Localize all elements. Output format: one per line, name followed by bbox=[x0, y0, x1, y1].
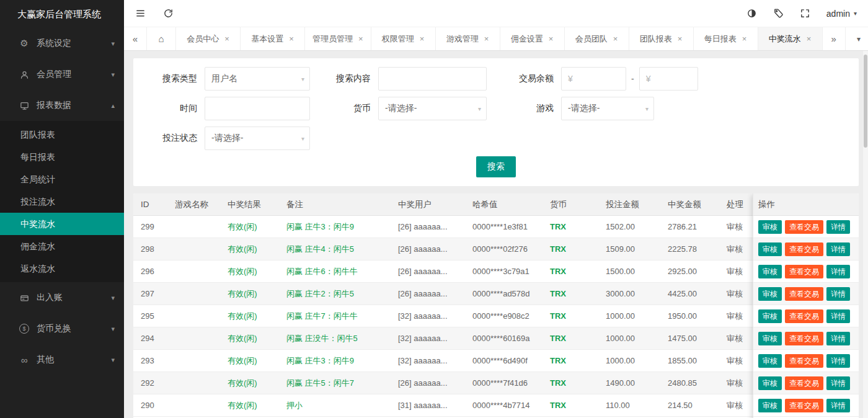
bet-status-select[interactable]: -请选择- ▾ bbox=[205, 127, 310, 150]
sidebar-subitem[interactable]: 中奖流水 bbox=[0, 213, 124, 235]
currency-select[interactable]: -请选择- ▾ bbox=[378, 97, 487, 120]
tab-close-icon[interactable]: × bbox=[678, 34, 683, 43]
sidebar-item-transactions[interactable]: 出入账 ▾ bbox=[0, 282, 124, 313]
scrollbar-thumb[interactable] bbox=[864, 55, 867, 148]
detail-button[interactable]: 详情 bbox=[826, 332, 850, 345]
theme-icon[interactable] bbox=[746, 8, 757, 19]
tab-close-icon[interactable]: × bbox=[613, 34, 618, 43]
audit-button[interactable]: 审核 bbox=[758, 287, 782, 301]
sidebar-item-reports[interactable]: 报表数据 ▴ bbox=[0, 90, 124, 121]
currency-select-value: -请选择- bbox=[385, 103, 417, 114]
sidebar-subitem[interactable]: 团队报表 bbox=[0, 123, 124, 146]
audit-button[interactable]: 审核 bbox=[758, 354, 782, 368]
refresh-icon[interactable] bbox=[163, 8, 174, 19]
detail-button[interactable]: 详情 bbox=[826, 354, 850, 368]
detail-button[interactable]: 详情 bbox=[826, 287, 850, 301]
view-transaction-button[interactable]: 查看交易 bbox=[785, 354, 823, 368]
table-row: 298 有效(闲) 闲赢 庄牛4：闲牛5 [26] aaaaaa... 0000… bbox=[133, 238, 859, 260]
tab[interactable]: 管理员管理 × bbox=[305, 27, 371, 50]
report-icon bbox=[19, 101, 30, 110]
user-menu[interactable]: admin ▾ bbox=[826, 9, 857, 19]
col-game-name: 游戏名称 bbox=[167, 193, 220, 216]
sidebar-toggle-icon[interactable] bbox=[135, 8, 146, 19]
tab[interactable]: 权限管理 × bbox=[371, 27, 436, 50]
sidebar-subitem[interactable]: 投注流水 bbox=[0, 190, 124, 213]
audit-button[interactable]: 审核 bbox=[758, 399, 782, 412]
detail-button[interactable]: 详情 bbox=[826, 399, 850, 412]
sidebar-item-system-settings[interactable]: ⚙ 系统设定 ▾ bbox=[0, 28, 124, 59]
view-transaction-button[interactable]: 查看交易 bbox=[785, 287, 823, 301]
audit-button[interactable]: 审核 bbox=[758, 332, 782, 345]
tab[interactable]: 团队报表 × bbox=[629, 27, 694, 50]
tab-close-icon[interactable]: × bbox=[742, 34, 747, 43]
cell-currency: TRX bbox=[542, 305, 598, 327]
tab-close-icon[interactable]: × bbox=[807, 34, 812, 43]
tab-close-icon[interactable]: × bbox=[358, 34, 363, 43]
sidebar-item-other[interactable]: ∞ 其他 ▾ bbox=[0, 344, 124, 375]
tabs-menu-caret[interactable]: ▾ bbox=[849, 27, 868, 50]
tab[interactable]: 佣金设置 × bbox=[500, 27, 565, 50]
audit-button[interactable]: 审核 bbox=[758, 309, 782, 323]
tag-icon[interactable] bbox=[773, 8, 784, 19]
detail-button[interactable]: 详情 bbox=[826, 265, 850, 278]
search-content-input[interactable] bbox=[378, 67, 487, 91]
sidebar-item-currency-exchange[interactable]: $ 货币兑换 ▾ bbox=[0, 313, 124, 344]
tab-close-icon[interactable]: × bbox=[420, 34, 425, 43]
view-transaction-button[interactable]: 查看交易 bbox=[785, 309, 823, 323]
view-transaction-button[interactable]: 查看交易 bbox=[785, 220, 823, 234]
search-type-select[interactable]: 用户名 ▾ bbox=[205, 67, 310, 91]
tab[interactable]: 每日报表 × bbox=[694, 27, 758, 50]
view-transaction-button[interactable]: 查看交易 bbox=[785, 242, 823, 256]
tab-close-icon[interactable]: × bbox=[224, 34, 229, 43]
audit-button[interactable]: 审核 bbox=[758, 220, 782, 234]
tab[interactable]: 基本设置 × bbox=[241, 27, 305, 50]
tab[interactable]: 中奖流水 × bbox=[758, 27, 823, 50]
col-bet-amount: 投注金额 bbox=[598, 193, 660, 216]
tab-close-icon[interactable]: × bbox=[484, 34, 489, 43]
detail-button[interactable]: 详情 bbox=[826, 242, 850, 256]
detail-button[interactable]: 详情 bbox=[826, 220, 850, 234]
balance-max-input[interactable] bbox=[639, 67, 698, 91]
audit-button[interactable]: 审核 bbox=[758, 376, 782, 390]
sidebar-item-members[interactable]: 会员管理 ▾ bbox=[0, 59, 124, 90]
tab-home[interactable]: ⌂ bbox=[147, 27, 176, 50]
cell-id: 296 bbox=[133, 260, 167, 283]
search-button-row: 搜索 bbox=[133, 156, 859, 177]
sidebar-subitem[interactable]: 佣金流水 bbox=[0, 235, 124, 257]
cell-game-name bbox=[167, 216, 220, 238]
fullscreen-icon[interactable] bbox=[800, 8, 810, 19]
infinity-icon: ∞ bbox=[19, 355, 30, 365]
balance-min-input[interactable] bbox=[561, 67, 626, 91]
table-row: 299 有效(闲) 闲赢 庄牛3：闲牛9 [26] aaaaaa... 0000… bbox=[133, 216, 859, 238]
tab[interactable]: 会员中心 × bbox=[176, 27, 241, 50]
game-select[interactable]: -请选择- ▾ bbox=[561, 97, 654, 120]
cell-game-name bbox=[167, 238, 220, 260]
view-transaction-button[interactable]: 查看交易 bbox=[785, 265, 823, 278]
view-transaction-button[interactable]: 查看交易 bbox=[785, 332, 823, 345]
vertical-scrollbar[interactable] bbox=[863, 51, 868, 418]
sidebar-subitem[interactable]: 每日报表 bbox=[0, 146, 124, 168]
row-actions: 审核 查看交易 详情 bbox=[753, 283, 859, 305]
tab[interactable]: 会员团队 × bbox=[565, 27, 629, 50]
detail-button[interactable]: 详情 bbox=[826, 376, 850, 390]
view-transaction-button[interactable]: 查看交易 bbox=[785, 399, 823, 412]
audit-button[interactable]: 审核 bbox=[758, 242, 782, 256]
tab-close-icon[interactable]: × bbox=[549, 34, 554, 43]
view-transaction-button[interactable]: 查看交易 bbox=[785, 376, 823, 390]
audit-button[interactable]: 审核 bbox=[758, 265, 782, 278]
search-button[interactable]: 搜索 bbox=[476, 156, 516, 177]
cell-win-amount: 4425.00 bbox=[660, 283, 719, 305]
tab-close-icon[interactable]: × bbox=[289, 34, 294, 43]
col-currency: 货币 bbox=[542, 193, 598, 216]
sidebar-subitem[interactable]: 全局统计 bbox=[0, 168, 124, 190]
time-input[interactable] bbox=[205, 97, 310, 120]
detail-button[interactable]: 详情 bbox=[826, 309, 850, 323]
tabs-scroll-right-button[interactable]: » bbox=[823, 27, 846, 50]
main-content: 搜索类型 用户名 ▾ 搜索内容 交易余额 - 时间 货币 -请选择- ▾ bbox=[124, 51, 868, 418]
table-header: ID 游戏名称 中奖结果 备注 中奖用户 哈希值 货币 投注金额 中奖金额 处理 bbox=[133, 193, 859, 216]
tab[interactable]: 游戏管理 × bbox=[436, 27, 500, 50]
tabs-scroll-left-button[interactable]: « bbox=[124, 27, 147, 50]
tab-label: 会员中心 bbox=[187, 33, 219, 45]
cell-result: 有效(闲) bbox=[220, 283, 279, 305]
sidebar-subitem[interactable]: 返水流水 bbox=[0, 257, 124, 280]
